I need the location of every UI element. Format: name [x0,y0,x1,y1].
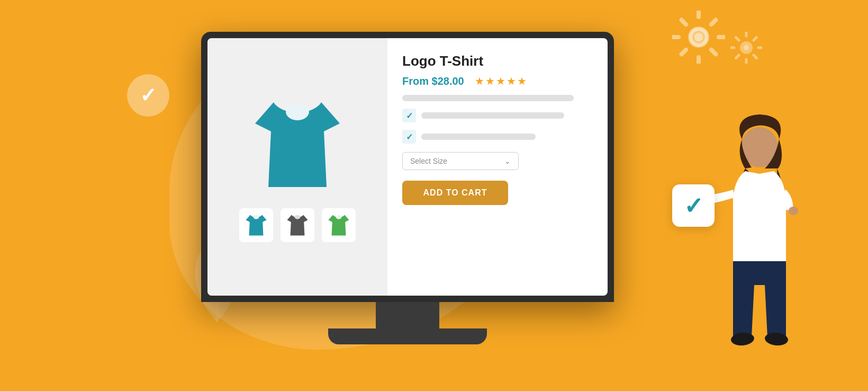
monitor-screen: Logo T-Shirt From $28.00 ★★★★★ ✓ ✓ [201,32,614,302]
product-price: From $28.00 [402,75,464,87]
option-checkbox-1[interactable]: ✓ [402,109,416,122]
monitor: Logo T-Shirt From $28.00 ★★★★★ ✓ ✓ [201,32,614,344]
product-image-area [207,38,387,296]
check-circle-decoration: ✓ [127,74,169,117]
description-bar-1 [402,95,574,101]
svg-point-13 [789,207,798,215]
person-svg [667,110,804,375]
thumbnail-green[interactable] [322,208,356,242]
monitor-stand-base [328,328,487,344]
option-bar-1 [421,112,564,119]
chevron-down-icon: ⌄ [504,157,511,165]
thumbnail-row [239,208,356,242]
product-stars: ★★★★★ [475,75,528,87]
thumbnail-dark[interactable] [281,208,314,242]
check-circle-icon: ✓ [140,85,157,105]
product-price-row: From $28.00 ★★★★★ [402,75,593,87]
svg-point-9 [295,215,301,219]
add-to-cart-button[interactable]: ADD TO CART [402,181,508,205]
product-details: Logo T-Shirt From $28.00 ★★★★★ ✓ ✓ [387,38,608,296]
product-page: Logo T-Shirt From $28.00 ★★★★★ ✓ ✓ [207,38,608,296]
svg-point-0 [694,33,703,41]
main-product-image [250,92,345,198]
check-card: ✓ [672,184,715,227]
size-select[interactable]: Select Size ⌄ [402,152,519,170]
product-title: Logo T-Shirt [402,53,593,69]
svg-point-8 [254,215,259,219]
gear-large-icon [672,11,725,64]
option-check-icon-2: ✓ [406,132,413,142]
monitor-stand-neck [376,302,439,328]
svg-point-7 [286,103,309,120]
person-illustration: ✓ [667,110,804,375]
option-checkbox-2[interactable]: ✓ [402,130,416,144]
svg-point-1 [744,45,749,50]
option-row-1: ✓ [402,109,593,122]
option-check-icon-1: ✓ [406,111,413,121]
size-select-label: Select Size [410,157,447,165]
thumbnail-blue[interactable] [239,208,273,242]
svg-point-10 [336,215,342,219]
option-row-2: ✓ [402,130,593,144]
option-bar-2 [421,134,536,140]
gear-small-icon [730,32,762,64]
check-card-icon: ✓ [684,192,703,219]
